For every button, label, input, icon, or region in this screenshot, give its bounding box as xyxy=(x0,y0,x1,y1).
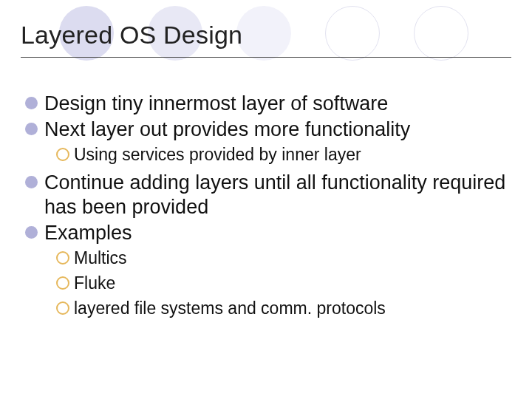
bullet-level2: Multics xyxy=(56,248,511,268)
bullet-level2: Fluke xyxy=(56,273,511,293)
bullet-level1: Next layer out provides more functionali… xyxy=(24,117,511,142)
bullet-level2: layered file systems and comm. protocols xyxy=(56,298,511,318)
bullet-level1: Continue adding layers until all functio… xyxy=(24,171,511,219)
bullet-level2: Using services provided by inner layer xyxy=(56,144,511,165)
bullet-level1: Design tiny innermost layer of software xyxy=(24,92,511,116)
slide-body: Design tiny innermost layer of software … xyxy=(21,92,511,318)
bullet-level1: Examples xyxy=(24,221,511,245)
slide-title: Layered OS Design xyxy=(21,21,511,58)
slide: Layered OS Design Design tiny innermost … xyxy=(0,0,532,318)
